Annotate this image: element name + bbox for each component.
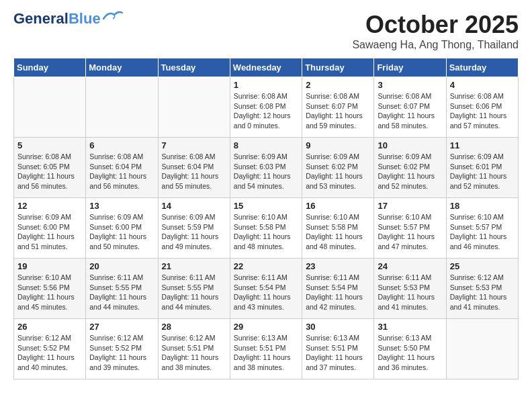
calendar-cell: 11Sunrise: 6:09 AM Sunset: 6:01 PM Dayli… — [446, 138, 518, 198]
cell-info: Sunrise: 6:12 AM Sunset: 5:52 PM Dayligh… — [17, 333, 82, 373]
calendar-cell — [158, 77, 230, 138]
cell-info: Sunrise: 6:08 AM Sunset: 6:04 PM Dayligh… — [162, 152, 226, 191]
day-number: 2 — [306, 80, 370, 90]
header-tuesday: Tuesday — [158, 58, 230, 77]
day-number: 14 — [162, 201, 226, 211]
calendar-cell — [446, 319, 518, 379]
calendar-cell: 31Sunrise: 6:13 AM Sunset: 5:50 PM Dayli… — [374, 319, 446, 379]
calendar-cell: 30Sunrise: 6:13 AM Sunset: 5:51 PM Dayli… — [302, 319, 374, 379]
calendar-cell: 16Sunrise: 6:10 AM Sunset: 5:58 PM Dayli… — [302, 198, 374, 259]
day-number: 25 — [450, 261, 515, 271]
header-wednesday: Wednesday — [230, 58, 302, 77]
day-number: 22 — [234, 261, 298, 271]
calendar-cell: 2Sunrise: 6:08 AM Sunset: 6:07 PM Daylig… — [302, 77, 374, 138]
cell-info: Sunrise: 6:11 AM Sunset: 5:54 PM Dayligh… — [234, 273, 298, 312]
cell-info: Sunrise: 6:09 AM Sunset: 6:00 PM Dayligh… — [17, 212, 82, 252]
calendar-cell: 20Sunrise: 6:11 AM Sunset: 5:55 PM Dayli… — [86, 259, 158, 319]
day-number: 29 — [234, 322, 298, 332]
calendar-cell: 8Sunrise: 6:09 AM Sunset: 6:03 PM Daylig… — [230, 138, 302, 198]
calendar-week-4: 19Sunrise: 6:10 AM Sunset: 5:56 PM Dayli… — [14, 259, 519, 319]
header-thursday: Thursday — [302, 58, 374, 77]
day-number: 15 — [234, 201, 298, 211]
day-number: 19 — [17, 261, 82, 271]
day-number: 28 — [162, 322, 226, 332]
day-number: 20 — [89, 261, 154, 271]
cell-info: Sunrise: 6:13 AM Sunset: 5:51 PM Dayligh… — [234, 333, 298, 373]
calendar-week-2: 5Sunrise: 6:08 AM Sunset: 6:05 PM Daylig… — [14, 138, 519, 198]
calendar-week-1: 1Sunrise: 6:08 AM Sunset: 6:08 PM Daylig… — [14, 77, 519, 138]
calendar-cell: 15Sunrise: 6:10 AM Sunset: 5:58 PM Dayli… — [230, 198, 302, 259]
day-number: 4 — [450, 80, 515, 90]
calendar-cell: 4Sunrise: 6:08 AM Sunset: 6:06 PM Daylig… — [446, 77, 518, 138]
calendar-cell: 9Sunrise: 6:09 AM Sunset: 6:02 PM Daylig… — [302, 138, 374, 198]
day-number: 27 — [89, 322, 154, 332]
logo-bird-icon — [102, 9, 124, 23]
day-number: 31 — [378, 322, 442, 332]
day-number: 5 — [17, 140, 82, 150]
day-number: 23 — [306, 261, 370, 271]
calendar-cell: 27Sunrise: 6:12 AM Sunset: 5:52 PM Dayli… — [86, 319, 158, 379]
page-header: GeneralBlue October 2025 Sawaeng Ha, Ang… — [13, 11, 519, 51]
calendar-cell: 21Sunrise: 6:11 AM Sunset: 5:55 PM Dayli… — [158, 259, 230, 319]
cell-info: Sunrise: 6:09 AM Sunset: 6:00 PM Dayligh… — [89, 212, 154, 252]
cell-info: Sunrise: 6:08 AM Sunset: 6:07 PM Dayligh… — [306, 91, 370, 131]
day-number: 21 — [162, 261, 226, 271]
day-number: 13 — [89, 201, 154, 211]
cell-info: Sunrise: 6:11 AM Sunset: 5:54 PM Dayligh… — [306, 273, 370, 312]
cell-info: Sunrise: 6:08 AM Sunset: 6:08 PM Dayligh… — [234, 91, 298, 131]
calendar-cell: 6Sunrise: 6:08 AM Sunset: 6:04 PM Daylig… — [86, 138, 158, 198]
header-sunday: Sunday — [14, 58, 86, 77]
calendar-cell: 28Sunrise: 6:12 AM Sunset: 5:51 PM Dayli… — [158, 319, 230, 379]
day-number: 18 — [450, 201, 515, 211]
calendar-cell — [14, 77, 86, 138]
day-number: 7 — [162, 140, 226, 150]
calendar-cell: 23Sunrise: 6:11 AM Sunset: 5:54 PM Dayli… — [302, 259, 374, 319]
calendar-cell: 14Sunrise: 6:09 AM Sunset: 5:59 PM Dayli… — [158, 198, 230, 259]
cell-info: Sunrise: 6:10 AM Sunset: 5:56 PM Dayligh… — [17, 273, 82, 312]
day-number: 10 — [378, 140, 442, 150]
day-number: 26 — [17, 322, 82, 332]
day-number: 16 — [306, 201, 370, 211]
calendar-week-3: 12Sunrise: 6:09 AM Sunset: 6:00 PM Dayli… — [14, 198, 519, 259]
cell-info: Sunrise: 6:13 AM Sunset: 5:51 PM Dayligh… — [306, 333, 370, 373]
cell-info: Sunrise: 6:10 AM Sunset: 5:57 PM Dayligh… — [378, 212, 442, 252]
cell-info: Sunrise: 6:09 AM Sunset: 6:02 PM Dayligh… — [378, 152, 442, 191]
day-number: 17 — [378, 201, 442, 211]
calendar-week-5: 26Sunrise: 6:12 AM Sunset: 5:52 PM Dayli… — [14, 319, 519, 379]
header-saturday: Saturday — [446, 58, 518, 77]
header-friday: Friday — [374, 58, 446, 77]
calendar-cell: 22Sunrise: 6:11 AM Sunset: 5:54 PM Dayli… — [230, 259, 302, 319]
cell-info: Sunrise: 6:12 AM Sunset: 5:51 PM Dayligh… — [162, 333, 226, 373]
cell-info: Sunrise: 6:08 AM Sunset: 6:07 PM Dayligh… — [378, 91, 442, 131]
logo-text: GeneralBlue — [13, 11, 101, 27]
calendar-cell: 7Sunrise: 6:08 AM Sunset: 6:04 PM Daylig… — [158, 138, 230, 198]
calendar-cell: 24Sunrise: 6:11 AM Sunset: 5:53 PM Dayli… — [374, 259, 446, 319]
day-number: 12 — [17, 201, 82, 211]
cell-info: Sunrise: 6:11 AM Sunset: 5:55 PM Dayligh… — [89, 273, 154, 312]
calendar-cell: 1Sunrise: 6:08 AM Sunset: 6:08 PM Daylig… — [230, 77, 302, 138]
cell-info: Sunrise: 6:11 AM Sunset: 5:53 PM Dayligh… — [378, 273, 442, 312]
calendar-cell — [86, 77, 158, 138]
cell-info: Sunrise: 6:11 AM Sunset: 5:55 PM Dayligh… — [162, 273, 226, 312]
calendar-cell: 26Sunrise: 6:12 AM Sunset: 5:52 PM Dayli… — [14, 319, 86, 379]
calendar-cell: 18Sunrise: 6:10 AM Sunset: 5:57 PM Dayli… — [446, 198, 518, 259]
cell-info: Sunrise: 6:13 AM Sunset: 5:50 PM Dayligh… — [378, 333, 442, 373]
calendar-cell: 17Sunrise: 6:10 AM Sunset: 5:57 PM Dayli… — [374, 198, 446, 259]
calendar-cell: 3Sunrise: 6:08 AM Sunset: 6:07 PM Daylig… — [374, 77, 446, 138]
day-number: 24 — [378, 261, 442, 271]
calendar-cell: 19Sunrise: 6:10 AM Sunset: 5:56 PM Dayli… — [14, 259, 86, 319]
cell-info: Sunrise: 6:08 AM Sunset: 6:05 PM Dayligh… — [17, 152, 82, 191]
day-number: 8 — [234, 140, 298, 150]
calendar-cell: 13Sunrise: 6:09 AM Sunset: 6:00 PM Dayli… — [86, 198, 158, 259]
logo: GeneralBlue — [13, 11, 124, 27]
cell-info: Sunrise: 6:08 AM Sunset: 6:06 PM Dayligh… — [450, 91, 515, 131]
cell-info: Sunrise: 6:12 AM Sunset: 5:53 PM Dayligh… — [450, 273, 515, 312]
cell-info: Sunrise: 6:12 AM Sunset: 5:52 PM Dayligh… — [89, 333, 154, 373]
calendar-cell: 10Sunrise: 6:09 AM Sunset: 6:02 PM Dayli… — [374, 138, 446, 198]
subtitle: Sawaeng Ha, Ang Thong, Thailand — [352, 39, 519, 51]
header-monday: Monday — [86, 58, 158, 77]
day-number: 3 — [378, 80, 442, 90]
calendar-cell: 25Sunrise: 6:12 AM Sunset: 5:53 PM Dayli… — [446, 259, 518, 319]
cell-info: Sunrise: 6:09 AM Sunset: 5:59 PM Dayligh… — [162, 212, 226, 252]
cell-info: Sunrise: 6:09 AM Sunset: 6:02 PM Dayligh… — [306, 152, 370, 191]
